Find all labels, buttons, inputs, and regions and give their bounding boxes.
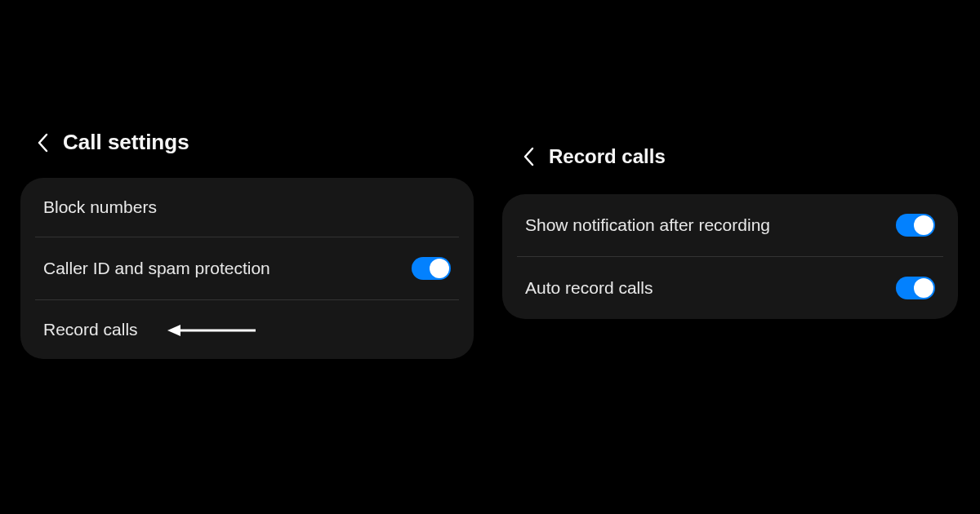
show-notification-label: Show notification after recording (525, 215, 770, 235)
record-calls-panel: Record calls Show notification after rec… (502, 131, 958, 319)
arrow-annotation-icon (167, 323, 257, 338)
caller-id-spam-row[interactable]: Caller ID and spam protection (20, 237, 474, 299)
auto-record-row[interactable]: Auto record calls (502, 257, 958, 319)
auto-record-toggle[interactable] (896, 277, 935, 299)
block-numbers-row[interactable]: Block numbers (20, 178, 474, 237)
record-calls-title: Record calls (549, 145, 666, 168)
record-calls-header: Record calls (502, 131, 958, 183)
toggle-knob (430, 259, 449, 278)
block-numbers-label: Block numbers (43, 197, 157, 217)
record-calls-label: Record calls (43, 320, 138, 339)
show-notification-toggle[interactable] (896, 214, 935, 237)
back-icon[interactable] (523, 147, 534, 166)
auto-record-label: Auto record calls (525, 278, 653, 298)
record-calls-card: Show notification after recording Auto r… (502, 194, 958, 319)
show-notification-row[interactable]: Show notification after recording (502, 194, 958, 256)
caller-id-spam-toggle[interactable] (412, 257, 451, 280)
caller-id-spam-label: Caller ID and spam protection (43, 259, 270, 278)
call-settings-header: Call settings (20, 118, 474, 166)
toggle-knob (914, 278, 933, 298)
call-settings-title: Call settings (63, 130, 189, 155)
back-icon[interactable] (37, 133, 48, 153)
toggle-knob (914, 215, 933, 235)
svg-marker-1 (167, 325, 180, 336)
